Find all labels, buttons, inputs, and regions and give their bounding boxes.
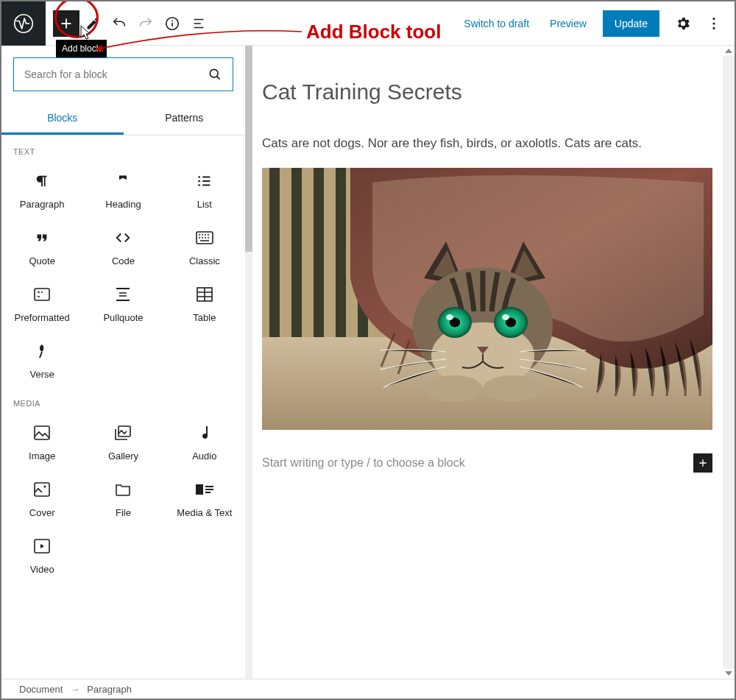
svg-rect-12 [35,426,49,439]
canvas-scrollbar[interactable] [723,46,735,679]
editor-top-toolbar: Switch to draft Preview Update [1,1,735,46]
empty-paragraph-placeholder[interactable]: Start writing or type / to choose a bloc… [262,456,465,470]
block-video[interactable]: Video [1,526,82,582]
svg-line-8 [217,77,220,79]
block-pullquote[interactable]: Pullquote [82,274,163,330]
svg-point-34 [424,375,483,402]
editor-breadcrumb-footer: Document → Paragraph [1,679,735,699]
block-label: Image [29,450,55,462]
table-icon [196,286,213,303]
block-quote[interactable]: Quote [1,217,82,274]
breadcrumb-paragraph[interactable]: Paragraph [87,684,132,695]
file-icon [114,481,132,498]
svg-point-35 [483,375,542,402]
block-label: Heading [105,199,141,210]
block-preformatted[interactable]: Preformatted [1,274,82,330]
inline-add-block-button[interactable] [693,453,712,473]
block-code[interactable]: Code [82,217,163,274]
cover-icon [33,481,51,498]
post-title[interactable]: Cat Training Secrets [262,79,718,105]
paragraph-icon [33,172,51,190]
block-audio[interactable]: Audio [164,412,245,469]
svg-point-15 [44,486,46,488]
block-label: List [197,199,212,210]
more-options-icon[interactable] [701,10,727,37]
code-icon [114,229,132,247]
block-verse[interactable]: Verse [1,330,82,387]
switch-to-draft-link[interactable]: Switch to draft [453,18,539,29]
block-label: Pullquote [103,312,143,323]
settings-gear-icon[interactable] [670,10,696,37]
block-label: Audio [192,450,216,462]
svg-rect-24 [291,168,302,337]
block-label: Media & Text [177,507,232,518]
audio-icon [196,424,213,442]
add-block-tooltip: Add block [56,40,107,57]
block-search-input[interactable] [24,68,208,80]
svg-rect-26 [336,168,346,337]
verse-icon [33,342,51,360]
preview-link[interactable]: Preview [539,18,597,29]
block-label: Quote [29,255,54,266]
block-media-text[interactable]: Media & Text [164,469,245,526]
svg-rect-18 [205,489,213,490]
image-block[interactable] [262,168,712,430]
block-label: Classic [189,255,220,266]
list-icon [196,172,213,190]
block-label: File [116,507,131,518]
search-icon [208,67,222,82]
svg-point-30 [438,307,472,338]
post-paragraph[interactable]: Cats are not dogs. Nor are they fish, bi… [262,134,718,153]
svg-rect-23 [269,168,280,337]
svg-rect-17 [205,486,213,487]
add-block-button[interactable] [53,10,79,37]
breadcrumb-arrow-icon: → [70,684,79,695]
block-classic[interactable]: Classic [164,217,245,274]
classic-icon [196,229,213,247]
category-text-title: TEXT [1,135,245,160]
undo-icon[interactable] [106,10,132,37]
block-list[interactable]: List [164,160,245,217]
pullquote-icon [114,286,132,303]
block-label: Paragraph [20,199,65,210]
svg-rect-25 [314,168,324,337]
tab-patterns[interactable]: Patterns [124,103,246,135]
block-gallery[interactable]: Gallery [82,412,163,469]
svg-point-32 [446,314,453,320]
svg-point-6 [712,26,715,29]
block-label: Table [193,312,216,323]
gallery-icon [114,424,132,442]
media-text-icon [196,481,213,498]
svg-rect-10 [35,289,49,300]
block-cover[interactable]: Cover [1,469,82,526]
block-label: Code [112,255,135,266]
edit-mode-icon[interactable] [79,10,106,37]
video-icon [33,537,51,555]
block-search-field[interactable] [13,57,233,91]
breadcrumb-document[interactable]: Document [19,684,63,695]
info-icon[interactable] [159,10,185,37]
svg-point-5 [712,22,715,24]
svg-point-4 [712,18,715,20]
outline-icon[interactable] [185,10,212,37]
quote-icon [33,229,51,247]
block-file[interactable]: File [82,469,163,526]
block-paragraph[interactable]: Paragraph [1,160,82,217]
block-inserter-panel: Blocks Patterns TEXT Paragraph Heading L… [1,46,246,679]
update-button[interactable]: Update [603,10,659,37]
block-heading[interactable]: Heading [82,160,163,217]
block-label: Preformatted [15,312,70,323]
redo-icon[interactable] [132,10,159,37]
category-media-title: MEDIA [1,387,245,412]
tab-blocks[interactable]: Blocks [1,103,124,135]
heading-icon [114,172,132,190]
image-icon [33,424,51,442]
block-label: Cover [29,507,55,518]
block-image[interactable]: Image [1,412,82,469]
block-table[interactable]: Table [164,274,245,330]
svg-point-7 [210,69,218,77]
editor-canvas[interactable]: Cat Training Secrets Cats are not dogs. … [246,46,735,679]
svg-rect-19 [205,492,210,493]
block-label: Video [30,564,54,575]
wordpress-logo[interactable] [1,1,46,46]
